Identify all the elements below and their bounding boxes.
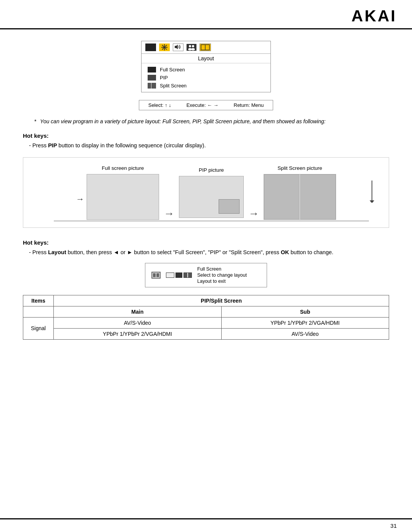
hk2-layout-bold: Layout	[48, 249, 66, 255]
split-half-left	[264, 174, 299, 219]
loop-arrow-container	[367, 180, 377, 203]
fullscreen-label: Full Screen	[160, 67, 185, 73]
people-icon	[187, 44, 196, 50]
table-subheader-empty	[23, 306, 54, 317]
fullscreen-diagram-label: Full screen picture	[102, 165, 144, 171]
split-half-right	[300, 174, 336, 219]
arrow-down-icon: →	[76, 194, 84, 204]
icon-tv	[145, 44, 156, 51]
signal-cell: Signal	[23, 317, 54, 339]
svg-marker-16	[370, 200, 374, 203]
menu-item-splitscreen: Split Screen	[148, 82, 264, 90]
nav-bar: Select: ↑ ↓ Execute: ← → Return: Menu	[23, 100, 389, 110]
table-row-1: Signal AV/S-Video YPbPr 1/YPbPr 2/VGA/HD…	[23, 317, 389, 328]
menu-items-list: Full Screen PIP Split Screen	[142, 63, 270, 92]
table-header-pip-split: PIP/Split Screen	[54, 295, 389, 306]
row2-sub: AV/S-Video	[221, 328, 389, 339]
menu-icons-row	[142, 41, 270, 54]
layout-icon	[201, 44, 210, 50]
hk1-text2: button to display in the following seque…	[57, 142, 206, 148]
table-header-items: Items	[23, 295, 54, 306]
loop-bottom-line	[54, 221, 369, 221]
split-icon	[148, 83, 156, 89]
svg-line-7	[166, 45, 167, 46]
pip-icon	[148, 75, 156, 81]
layout-diagram: → Full screen picture → PIP picture → Sp…	[23, 157, 389, 228]
svg-line-6	[166, 48, 167, 50]
layout-select-text: Select to change layout	[197, 272, 247, 278]
layout-bar-icon	[151, 272, 161, 279]
fullscreen-icon	[148, 67, 156, 73]
split-h2	[188, 273, 192, 277]
row2-main: YPbPr 1/YPbPr 2/VGA/HDMI	[54, 328, 222, 339]
menu-title: Layout	[142, 54, 270, 63]
layout-icon-split	[183, 272, 192, 278]
hk1-pip: PIP	[48, 142, 57, 148]
note-star: *	[34, 118, 36, 124]
page-number: 31	[390, 522, 397, 529]
hk2-text2: button, then press ◄ or ► button to sele…	[66, 249, 281, 255]
nav-select: Select: ↑ ↓	[148, 102, 171, 108]
menu-box: Layout Full Screen PIP Split Screen	[141, 41, 271, 92]
icon-people	[187, 44, 196, 51]
nav-execute: Execute: ← →	[187, 102, 219, 108]
svg-marker-9	[175, 45, 178, 49]
fullscreen-diagram-box	[87, 174, 159, 220]
note-content: You can view program in a variety of pic…	[40, 118, 325, 124]
layout-bar-mockup: Full Screen Select to change layout Layo…	[23, 263, 389, 287]
svg-point-11	[192, 45, 194, 47]
hot-keys-1-text: - Press PIP button to display in the fol…	[29, 141, 389, 150]
row1-sub: YPbPr 1/YPbPr 2/VGA/HDMI	[221, 317, 389, 328]
brand-logo: AKAI	[351, 7, 397, 25]
hot-keys-1-label: Hot keys:	[23, 132, 389, 139]
pip-split-table: Items PIP/Split Screen Main Sub Signal A…	[23, 295, 389, 340]
nav-bar-inner: Select: ↑ ↓ Execute: ← → Return: Menu	[139, 100, 274, 110]
layout-icon-pip	[175, 272, 182, 278]
hk2-text3: button to change.	[289, 249, 333, 255]
icon-sound	[173, 44, 183, 51]
menu-mockup: Layout Full Screen PIP Split Screen	[23, 41, 389, 92]
page-footer: 31	[0, 518, 412, 532]
sound-icon	[173, 44, 182, 50]
entry-arrow: →	[76, 194, 84, 204]
gear-icon	[161, 44, 168, 51]
hk1-text1: - Press	[29, 142, 48, 148]
icon-settings	[159, 44, 170, 51]
menu-item-pip: PIP	[148, 74, 264, 82]
layout-bar-text: Full Screen Select to change layout Layo…	[197, 266, 247, 284]
splitscreen-diagram-label: Split Screen picture	[277, 165, 322, 171]
svg-point-0	[163, 46, 166, 49]
row1-main: AV/S-Video	[54, 317, 222, 328]
icon-layout-active	[200, 44, 211, 51]
splitscreen-label: Split Screen	[160, 83, 187, 89]
layout-exit-text: Layout to exit	[197, 279, 247, 284]
layout-bar-svg-icon	[152, 272, 160, 278]
svg-line-5	[162, 45, 163, 46]
pip-inner-box	[219, 199, 240, 214]
table-subheader-main: Main	[54, 306, 222, 317]
loop-arrow-icon	[367, 180, 377, 203]
diagram-fullscreen: Full screen picture	[87, 165, 159, 220]
pip-diagram-box	[179, 176, 244, 218]
note-text: * You can view program in a variety of p…	[34, 117, 389, 126]
nav-return: Return: Menu	[234, 102, 264, 108]
arrow-right-1: →	[164, 208, 174, 220]
diagram-splitscreen: Split Screen picture	[264, 165, 336, 220]
svg-line-8	[162, 48, 163, 50]
hot-keys-2-text: - Press Layout button, then press ◄ or ►…	[29, 248, 389, 257]
main-content: Layout Full Screen PIP Split Screen Sele…	[0, 29, 412, 363]
hk2-text1: - Press	[29, 249, 48, 255]
layout-bar-inner: Full Screen Select to change layout Layo…	[145, 263, 267, 287]
svg-point-13	[191, 48, 195, 50]
hk2-ok-bold: OK	[281, 249, 289, 255]
layout-icons-group	[166, 272, 192, 278]
layout-icon-full	[166, 272, 174, 278]
hot-keys-2-section: Hot keys: - Press Layout button, then pr…	[23, 239, 389, 257]
table-row-2: YPbPr 1/YPbPr 2/VGA/HDMI AV/S-Video	[23, 328, 389, 339]
hot-keys-2-label: Hot keys:	[23, 239, 389, 246]
layout-full-screen-label: Full Screen	[197, 266, 247, 272]
pip-label: PIP	[160, 75, 168, 81]
svg-point-10	[189, 45, 191, 47]
diagram-pip: PIP picture	[179, 167, 244, 218]
pip-diagram-label: PIP picture	[199, 167, 224, 173]
